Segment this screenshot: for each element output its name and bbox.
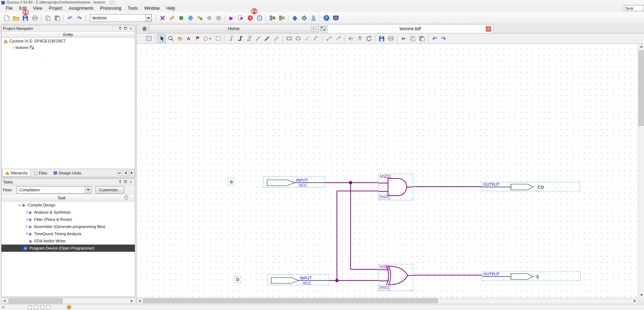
tree-row-device[interactable]: Cyclone IV E: EP4CE115F29C7 <box>1 38 135 44</box>
in-system-editor-button[interactable] <box>309 14 318 22</box>
scroll-right-button[interactable] <box>129 298 135 304</box>
menu-window[interactable]: Window <box>141 5 163 12</box>
messages-toggle-button[interactable] <box>34 305 38 309</box>
flow-combobox-dropdown-button[interactable] <box>85 187 91 193</box>
tree-row-testone[interactable]: testone <box>1 44 135 51</box>
hscrollbar-thumb[interactable] <box>9 298 63 303</box>
new-file-button[interactable] <box>2 14 11 22</box>
undo-button[interactable]: ↶ <box>430 35 439 43</box>
open-file-button[interactable] <box>12 14 20 22</box>
navigator-hscrollbar[interactable] <box>1 298 135 304</box>
vscrollbar-thumb[interactable] <box>639 50 644 126</box>
project-combobox[interactable]: testone <box>90 14 152 22</box>
close-tab-button[interactable]: × <box>486 26 491 32</box>
timequest-button[interactable] <box>186 14 195 22</box>
redo-button[interactable]: ↷ <box>439 35 448 43</box>
bdf-tab-icon-button[interactable] <box>319 24 327 33</box>
settings-button[interactable] <box>158 14 167 22</box>
orthogonal-bus-line-button[interactable] <box>236 35 244 43</box>
line-tool-button[interactable] <box>303 35 311 43</box>
canvas-hscrollbar[interactable] <box>137 298 638 304</box>
print-button[interactable] <box>30 14 39 22</box>
pin-a-name[interactable]: a <box>228 178 234 185</box>
scroll-down-button[interactable] <box>638 292 644 298</box>
diagonal-bus-line-button[interactable] <box>263 35 271 43</box>
device-window-button[interactable] <box>331 14 340 22</box>
print-button[interactable] <box>387 35 395 43</box>
messages-toggle-button[interactable] <box>46 305 50 309</box>
chevron-right-icon[interactable] <box>25 225 28 228</box>
output-pin-s[interactable]: OUTPUT s <box>482 272 581 281</box>
start-compilation-button[interactable]: ▶ <box>227 14 236 22</box>
chevron-down-icon[interactable] <box>18 203 21 206</box>
assignment-editor-button[interactable] <box>167 14 176 22</box>
eda-tools-button[interactable] <box>195 14 204 22</box>
tab-design-units[interactable]: Design Units <box>50 169 84 177</box>
compilation-report-button[interactable] <box>290 14 299 22</box>
partial-line-off-button[interactable] <box>334 35 342 43</box>
task-row-analysis-synthesis[interactable]: ▶ Analysis & Synthesis <box>1 209 135 216</box>
pin-panel-button[interactable] <box>117 179 123 184</box>
customize-button[interactable]: Customize... <box>96 186 124 193</box>
pin-panel-button[interactable] <box>117 26 123 31</box>
task-row-program-device[interactable]: Program Device (Open Programmer) <box>1 245 135 252</box>
tab-scroll-right-button[interactable] <box>129 170 134 176</box>
cut-button[interactable]: ✂ <box>399 35 408 43</box>
rectangle-tool-button[interactable] <box>285 35 293 43</box>
selection-tool-button[interactable] <box>157 35 166 43</box>
chevron-right-icon[interactable] <box>25 232 28 235</box>
home-tab-icon-button[interactable] <box>140 24 149 33</box>
input-pin-a[interactable]: INPUT VCC <box>263 177 325 187</box>
power-analyzer-button[interactable] <box>214 14 223 22</box>
page-setup-button[interactable] <box>145 35 153 43</box>
technology-map-viewer-button[interactable] <box>277 14 286 22</box>
close-panel-button[interactable]: × <box>128 179 133 184</box>
symbol-tool-button[interactable] <box>202 35 213 43</box>
menu-tools[interactable]: Tools <box>125 5 141 12</box>
scroll-up-button[interactable] <box>638 44 644 49</box>
help-button[interactable]: ? <box>322 14 331 22</box>
scroll-left-button[interactable] <box>137 298 143 304</box>
tab-files[interactable]: Files <box>31 169 50 177</box>
menu-file[interactable]: File <box>3 5 15 12</box>
project-combobox-dropdown-button[interactable] <box>145 14 151 22</box>
rtl-viewer-button[interactable] <box>268 14 277 22</box>
tab-options-button[interactable] <box>117 170 122 176</box>
pin-tool-button[interactable] <box>193 35 202 43</box>
block-tool-button[interactable] <box>214 35 222 43</box>
partial-line-on-button[interactable] <box>325 35 333 43</box>
menu-assignments[interactable]: Assignments <box>66 5 96 12</box>
start-analysis-synthesis-button[interactable] <box>236 14 245 22</box>
paste-button[interactable] <box>52 14 61 22</box>
pin-b-name[interactable]: b <box>234 276 241 283</box>
menu-help[interactable]: Help <box>163 5 178 12</box>
flip-vertical-button[interactable] <box>356 35 364 43</box>
search-input[interactable] <box>624 5 644 11</box>
messages-toggle-button[interactable] <box>40 305 44 309</box>
undo-button[interactable]: ↶ <box>65 14 74 22</box>
tab-home[interactable]: Home × <box>149 24 319 33</box>
arc-tool-button[interactable] <box>312 35 320 43</box>
compile-monitor-button[interactable] <box>205 14 214 22</box>
messages-toggle-button[interactable] <box>28 305 32 309</box>
zoom-tool-button[interactable] <box>166 35 175 43</box>
pin-planner-button[interactable] <box>177 14 186 22</box>
tab-scroll-left-button[interactable] <box>123 170 128 176</box>
copy-button[interactable] <box>43 14 52 22</box>
chevron-right-icon[interactable] <box>25 218 28 221</box>
close-tab-button[interactable]: × <box>311 26 316 32</box>
output-pin-co[interactable]: OUTPUT co <box>482 182 580 191</box>
tab-hierarchy[interactable]: Hierarchy <box>2 169 31 177</box>
diagonal-conduit-line-button[interactable] <box>272 35 280 43</box>
schematic-canvas[interactable]: a INPUT VCC b <box>137 44 638 298</box>
close-messages-button[interactable]: × <box>2 305 4 309</box>
close-panel-button[interactable]: × <box>128 26 133 31</box>
hscrollbar-thumb[interactable] <box>143 298 438 303</box>
ellipse-tool-button[interactable] <box>294 35 302 43</box>
pan-tool-button[interactable] <box>175 35 184 43</box>
and2-instance-label[interactable]: inst2 <box>379 194 390 200</box>
redo-button[interactable]: ↷ <box>75 14 84 22</box>
flow-combobox[interactable]: Compilation <box>17 186 91 193</box>
scroll-left-button[interactable] <box>1 298 8 304</box>
menu-view[interactable]: View <box>30 5 45 12</box>
